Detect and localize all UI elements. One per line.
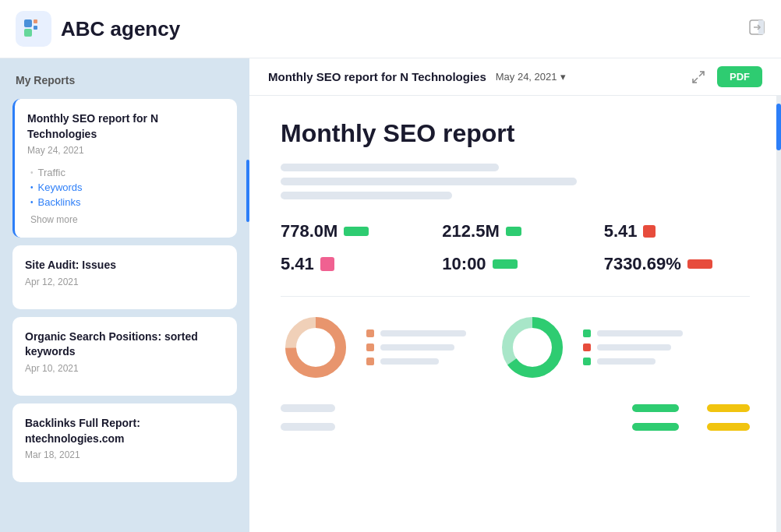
legend-dot <box>583 329 591 337</box>
legend-line <box>380 330 466 336</box>
svg-rect-3 <box>24 29 32 37</box>
content-header-title: Monthly SEO report for N Technologies <box>268 70 486 83</box>
report-card-date: Apr 10, 2021 <box>25 363 224 374</box>
report-card-title: Monthly SEO report for N Technologies <box>27 111 224 142</box>
legend-line <box>380 358 439 365</box>
logo-icon <box>16 11 51 47</box>
report-card-monthly-seo[interactable]: Monthly SEO report for N Technologies Ma… <box>12 99 237 238</box>
legend-dot <box>583 344 591 351</box>
placeholder-line-2 <box>281 178 577 185</box>
bars-section <box>281 404 750 431</box>
bar-spacer-inner <box>688 404 698 412</box>
report-card-title: Site Audit: Issues <box>25 258 224 273</box>
legend-item-1-2 <box>366 344 466 351</box>
legend-dot <box>583 358 591 365</box>
metric-value-5: 10:00 <box>442 254 486 274</box>
metric-badge-1 <box>344 227 369 236</box>
bar-label-1 <box>281 404 335 412</box>
report-card-organic-search[interactable]: Organic Search Positions: sorted keyword… <box>12 317 237 396</box>
bar-green-1 <box>632 404 679 412</box>
bar-yellow-2 <box>707 423 750 431</box>
scroll-thumb <box>776 104 781 150</box>
date-selector[interactable]: May 24, 2021 ▾ <box>496 71 566 83</box>
chevron-down-icon: ▾ <box>560 71 566 83</box>
placeholder-lines <box>281 164 750 199</box>
legend-line <box>597 358 656 365</box>
sidebar: My Reports Monthly SEO report for N Tech… <box>0 58 249 532</box>
metrics-grid: 778.0M 212.5M 5.41 5.41 10:00 <box>281 221 750 274</box>
donut-chart-1 <box>281 312 351 382</box>
pdf-button[interactable]: PDF <box>717 66 762 87</box>
report-card-title: Organic Search Positions: sorted keyword… <box>25 329 224 360</box>
bar-row-1 <box>281 404 750 412</box>
section-backlinks[interactable]: Backlinks <box>30 195 224 210</box>
placeholder-line-3 <box>281 192 452 199</box>
report-card-site-audit[interactable]: Site Audit: Issues Apr 12, 2021 <box>12 245 237 309</box>
metric-item-3: 5.41 <box>604 221 750 241</box>
section-traffic[interactable]: Traffic <box>30 165 224 180</box>
metric-badge-3 <box>643 225 656 238</box>
metric-badge-2 <box>506 227 521 236</box>
metric-value-1: 778.0M <box>281 221 337 241</box>
legend-dot <box>366 358 374 365</box>
app-header: ABC agency <box>0 0 781 58</box>
logo-area: ABC agency <box>16 11 180 47</box>
metric-item-5: 10:00 <box>442 254 588 274</box>
svg-line-7 <box>699 72 704 76</box>
legend-line <box>597 330 683 336</box>
metric-item-2: 212.5M <box>442 221 588 241</box>
chart-container-2 <box>497 312 683 382</box>
app-title: ABC agency <box>61 17 180 41</box>
expand-button[interactable] <box>687 66 709 88</box>
divider-1 <box>281 296 750 297</box>
report-card-date: Apr 12, 2021 <box>25 277 224 287</box>
legend-item-1-1 <box>366 329 466 337</box>
placeholder-line-1 <box>281 164 499 171</box>
bar-green-2 <box>632 423 679 431</box>
metric-item-4: 5.41 <box>281 254 426 274</box>
content-area: Monthly SEO report for N Technologies Ma… <box>249 58 781 532</box>
chart-legend-2 <box>583 329 683 365</box>
date-label: May 24, 2021 <box>496 71 557 83</box>
svg-rect-0 <box>24 19 32 27</box>
report-card-backlinks-full[interactable]: Backlinks Full Report: ntechnologies.com… <box>12 403 237 482</box>
charts-row <box>281 312 750 382</box>
report-card-title: Backlinks Full Report: ntechnologies.com <box>25 416 224 446</box>
bar-row-2 <box>281 423 750 431</box>
report-sections: Traffic Keywords Backlinks <box>27 165 224 210</box>
metric-value-2: 212.5M <box>442 221 499 241</box>
bar-yellow-1 <box>707 404 750 412</box>
bar-spacer-inner <box>688 423 698 431</box>
legend-item-2-3 <box>583 358 683 365</box>
exit-icon[interactable] <box>748 19 765 40</box>
legend-item-2-2 <box>583 344 683 351</box>
legend-dot <box>366 329 374 337</box>
main-layout: My Reports Monthly SEO report for N Tech… <box>0 58 781 532</box>
report-content: Monthly SEO report 778.0M 212.5M 5.41 <box>249 96 781 532</box>
metric-badge-6 <box>687 259 712 269</box>
report-card-date: May 24, 2021 <box>27 145 224 156</box>
header-actions: PDF <box>687 66 762 88</box>
metric-value-4: 5.41 <box>281 254 314 274</box>
bar-label-2 <box>281 423 335 431</box>
show-more-link[interactable]: Show more <box>27 214 224 225</box>
donut-chart-2 <box>497 312 567 382</box>
chart-legend-1 <box>366 329 466 365</box>
metric-badge-5 <box>493 259 518 269</box>
metric-item-6: 7330.69% <box>604 254 750 274</box>
sidebar-title: My Reports <box>12 74 237 86</box>
legend-line <box>597 344 671 351</box>
scrollbar[interactable] <box>776 96 781 532</box>
metric-item-1: 778.0M <box>281 221 426 241</box>
legend-dot <box>366 344 374 351</box>
legend-line <box>380 344 454 351</box>
legend-item-2-1 <box>583 329 683 337</box>
svg-rect-1 <box>34 19 37 23</box>
section-keywords[interactable]: Keywords <box>30 180 224 195</box>
report-card-date: Mar 18, 2021 <box>25 449 224 460</box>
chart-container-1 <box>281 312 466 382</box>
svg-rect-2 <box>34 26 37 30</box>
report-main-title: Monthly SEO report <box>281 119 750 148</box>
metric-badge-4 <box>320 257 334 271</box>
svg-line-8 <box>693 78 698 83</box>
